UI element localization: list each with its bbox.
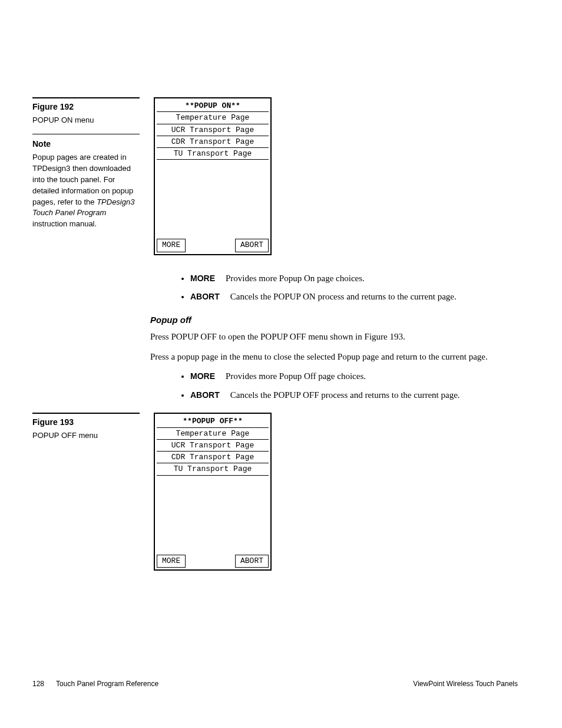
bullets-1-row: MOREProvides more Popup On page choices.… [32, 273, 518, 413]
figure-192-caption: POPUP ON menu [32, 115, 140, 126]
abort-text: Cancels the POPUP OFF process and return… [230, 390, 460, 400]
popup-off-heading: Popup off [150, 315, 501, 325]
popup-on-item[interactable]: CDR Transport Page [157, 136, 269, 148]
rule [32, 413, 140, 414]
popup-on-title: **POPUP ON** [157, 100, 269, 112]
page-number: 128 [32, 680, 44, 688]
list-item: ABORTCancels the POPUP OFF process and r… [190, 390, 501, 401]
more-text: Provides more Popup Off page choices. [226, 371, 366, 381]
main-fig192: **POPUP ON** Temperature Page UCR Transp… [150, 97, 501, 273]
popup-on-item[interactable]: Temperature Page [157, 112, 269, 124]
panel-button-row: MORE ABORT [157, 238, 269, 252]
footer-right-text: ViewPoint Wireless Touch Panels [413, 680, 518, 688]
main-fig193: **POPUP OFF** Temperature Page UCR Trans… [150, 413, 501, 588]
abort-text: Cancels the POPUP ON process and returns… [230, 292, 457, 301]
footer-left: 128 Touch Panel Program Reference [32, 680, 158, 688]
popup-off-p1: Press POPUP OFF to open the POPUP OFF me… [150, 331, 501, 342]
figure-193-caption: POPUP OFF menu [32, 430, 140, 441]
rule [32, 97, 140, 98]
bullet-list-1: MOREProvides more Popup On page choices.… [150, 273, 501, 303]
note-text-2: instruction manual. [32, 219, 97, 228]
popup-on-item[interactable]: TU Transport Page [157, 148, 269, 160]
list-item: MOREProvides more Popup Off page choices… [190, 371, 501, 383]
page: Figure 192 POPUP ON menu Note Popup page… [0, 0, 562, 728]
main-bullets-1: MOREProvides more Popup On page choices.… [150, 273, 501, 413]
abort-button[interactable]: ABORT [235, 555, 269, 568]
page-footer: 128 Touch Panel Program Reference ViewPo… [32, 680, 518, 688]
panel-spacer [157, 160, 269, 238]
more-label: MORE [190, 371, 215, 381]
more-text: Provides more Popup On page choices. [226, 274, 365, 283]
abort-label: ABORT [190, 390, 220, 400]
figure-193-title: Figure 193 [32, 417, 140, 427]
list-item: ABORTCancels the POPUP ON process and re… [190, 291, 501, 303]
panel-spacer [157, 476, 269, 554]
thin-rule [32, 134, 140, 134]
more-button[interactable]: MORE [157, 239, 186, 252]
figure-193-row: Figure 193 POPUP OFF menu **POPUP OFF** … [32, 413, 518, 588]
abort-button[interactable]: ABORT [235, 239, 269, 252]
popup-off-panel: **POPUP OFF** Temperature Page UCR Trans… [154, 413, 272, 571]
figure-192-row: Figure 192 POPUP ON menu Note Popup page… [32, 97, 518, 273]
popup-off-item[interactable]: CDR Transport Page [157, 452, 269, 463]
abort-label: ABORT [190, 292, 220, 301]
list-item: MOREProvides more Popup On page choices. [190, 273, 501, 285]
sidebar-fig193: Figure 193 POPUP OFF menu [32, 413, 150, 449]
bullet-list-2: MOREProvides more Popup Off page choices… [150, 371, 501, 401]
note-title: Note [32, 139, 140, 149]
popup-on-panel: **POPUP ON** Temperature Page UCR Transp… [154, 97, 272, 255]
popup-off-item[interactable]: TU Transport Page [157, 463, 269, 475]
sidebar-fig192: Figure 192 POPUP ON menu Note Popup page… [32, 97, 150, 230]
more-button[interactable]: MORE [157, 555, 186, 568]
popup-off-title: **POPUP OFF** [157, 416, 269, 427]
popup-off-p2: Press a popup page in the menu to close … [150, 351, 501, 363]
more-label: MORE [190, 274, 215, 283]
note-body: Popup pages are created in TPDesign3 the… [32, 152, 140, 230]
panel-button-row: MORE ABORT [157, 554, 269, 568]
popup-off-item[interactable]: Temperature Page [157, 428, 269, 440]
popup-off-item[interactable]: UCR Transport Page [157, 440, 269, 452]
popup-on-item[interactable]: UCR Transport Page [157, 124, 269, 136]
footer-left-text: Touch Panel Program Reference [56, 680, 158, 688]
figure-192-title: Figure 192 [32, 102, 140, 111]
